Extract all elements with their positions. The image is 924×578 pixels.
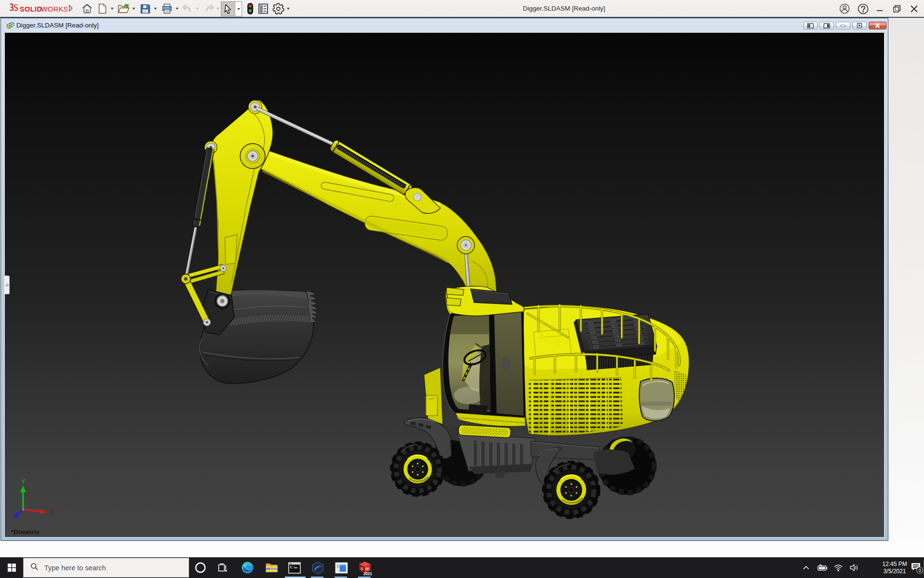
save-button[interactable]	[138, 1, 153, 16]
sw-letter-s: S	[360, 566, 363, 571]
redo-button[interactable]	[202, 1, 216, 16]
wifi-icon[interactable]	[831, 557, 846, 578]
clock-date: 3/5/2021	[879, 568, 911, 575]
selection-filter-button[interactable]	[243, 1, 257, 16]
redo-dropdown[interactable]	[217, 8, 219, 10]
file-explorer-icon[interactable]	[261, 557, 282, 578]
cortana-icon[interactable]	[190, 557, 211, 578]
collapse-left-button[interactable]	[803, 22, 818, 29]
doc-minimize-button[interactable]	[836, 22, 850, 29]
select-tool-dropdown[interactable]	[237, 8, 240, 10]
start-button[interactable]	[0, 557, 23, 578]
bucket-cylinder	[186, 147, 215, 276]
open-button[interactable]	[116, 1, 131, 16]
brand-solid: SOLID	[20, 5, 42, 13]
app-title-bar: SOLID WORKS	[0, 0, 924, 18]
home-button[interactable]	[80, 1, 94, 16]
document-title: Digger.SLDASM [Read-only]	[16, 18, 99, 33]
document-window: Digger.SLDASM [Read-only]	[0, 18, 888, 541]
settings-gear-icon[interactable]	[271, 1, 285, 16]
new-document-button[interactable]	[95, 1, 110, 16]
rear-left-wheel[interactable]	[543, 462, 599, 518]
notification-badge: 3	[918, 567, 921, 573]
select-tool-group	[221, 1, 242, 16]
user-account-icon[interactable]	[836, 0, 853, 17]
action-center-icon[interactable]: 3	[909, 557, 924, 578]
status-bar	[0, 541, 924, 557]
print-dropdown[interactable]	[176, 8, 179, 10]
restore-button[interactable]	[889, 0, 905, 17]
collapse-right-button[interactable]	[820, 22, 834, 29]
panel-tab-knob-icon	[6, 284, 9, 287]
app-title: Digger.SLDASM [Read-only]	[492, 0, 636, 17]
options-list-button[interactable]	[256, 1, 270, 16]
sw-year-badge: 2021	[363, 571, 372, 575]
x-axis-arrow	[40, 509, 47, 515]
open-dropdown[interactable]	[132, 8, 135, 10]
minimize-button[interactable]	[872, 0, 888, 17]
brand-works: WORKS	[41, 5, 67, 13]
search-icon	[30, 563, 38, 573]
feature-panel-collapse-tab[interactable]	[5, 276, 10, 294]
battery-icon[interactable]	[815, 557, 830, 578]
windows-taskbar: Type here to search	[0, 557, 924, 578]
solidworks-logo: SOLID WORKS	[7, 2, 67, 15]
assembly-icon	[6, 22, 14, 32]
volume-icon[interactable]	[847, 557, 861, 578]
cab[interactable]	[443, 286, 526, 426]
select-tool-button[interactable]	[221, 2, 235, 16]
x-axis-label: X	[50, 509, 54, 515]
running-indicator-window	[334, 577, 347, 578]
y-axis-arrow	[20, 486, 26, 492]
doc-restore-button[interactable]	[852, 22, 867, 29]
search-placeholder: Type here to search	[44, 564, 106, 572]
logo-flyout-arrow-icon[interactable]	[68, 4, 73, 14]
command-prompt-icon[interactable]: C:\	[284, 557, 305, 578]
running-indicator-cmd	[285, 577, 306, 578]
running-indicator-hexagon	[311, 577, 323, 578]
task-view-icon[interactable]	[212, 557, 233, 578]
orientation-triad: Y X	[12, 478, 54, 518]
blue-window-app-icon[interactable]	[331, 557, 352, 578]
undo-dropdown[interactable]	[196, 8, 199, 10]
help-icon[interactable]	[855, 0, 871, 17]
print-button[interactable]	[160, 1, 174, 16]
close-button[interactable]	[906, 0, 922, 17]
sw-letter-w: W	[365, 566, 370, 571]
y-axis-label: Y	[21, 478, 25, 485]
task-pane-gutter	[889, 18, 924, 541]
solidworks-2021-icon[interactable]: S W 2021	[354, 557, 375, 578]
view-orientation-label: *Dimetric	[11, 528, 40, 536]
document-title-bar: Digger.SLDASM [Read-only]	[1, 18, 888, 33]
graphics-viewport[interactable]: Y X *Dimetric	[4, 33, 885, 538]
front-left-wheel[interactable]	[391, 443, 444, 496]
taskbar-clock[interactable]: 12:45 PM 3/5/2021	[879, 557, 911, 578]
excavator-3d-model[interactable]: Y X	[5, 33, 884, 537]
new-document-dropdown[interactable]	[111, 8, 114, 10]
clock-time: 12:45 PM	[879, 561, 911, 568]
chevron-up-icon[interactable]	[799, 557, 813, 578]
search-box[interactable]: Type here to search	[23, 558, 189, 578]
edge-icon[interactable]	[237, 557, 258, 578]
doc-close-button[interactable]	[869, 22, 886, 29]
undo-button[interactable]	[180, 1, 195, 16]
save-dropdown[interactable]	[154, 8, 157, 10]
settings-dropdown[interactable]	[287, 8, 290, 10]
hexagon-app-icon[interactable]	[307, 557, 328, 578]
running-indicator-solidworks	[358, 577, 371, 578]
